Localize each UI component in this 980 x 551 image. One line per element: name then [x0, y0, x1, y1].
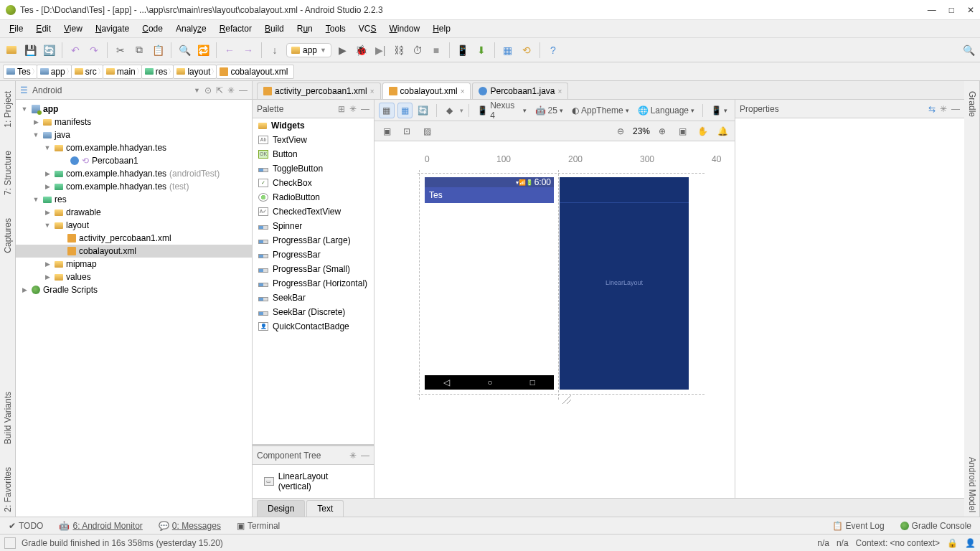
widget-togglebutton[interactable]: ToggleButton: [253, 161, 374, 176]
pan-tool-icon[interactable]: ✋: [694, 123, 710, 139]
sync-icon[interactable]: 🔄: [42, 43, 56, 57]
menu-code[interactable]: Code: [137, 22, 168, 36]
copy-icon[interactable]: ⧉: [132, 43, 146, 57]
tool-structure[interactable]: 7: Structure: [3, 146, 13, 199]
widget-textview[interactable]: AbTextView: [253, 133, 374, 147]
language-selector[interactable]: 🌐 Language ▾: [635, 105, 697, 116]
palette-hide-icon[interactable]: —: [361, 104, 369, 114]
menu-tools[interactable]: Tools: [321, 22, 351, 36]
properties-hide-icon[interactable]: —: [951, 104, 960, 114]
blueprint-preview[interactable]: LinearLayout: [560, 177, 689, 390]
comptree-root[interactable]: ▭ LinearLayout (vertical): [258, 469, 368, 494]
tab-percobaan1-java[interactable]: Percobaan1.java×: [472, 83, 568, 99]
tool-android-monitor[interactable]: 🤖 6: Android Monitor: [55, 519, 146, 532]
widget-seekbar[interactable]: SeekBar: [253, 291, 374, 305]
orientation-icon[interactable]: 🔄: [415, 103, 431, 118]
project-structure-icon[interactable]: ▦: [501, 43, 515, 57]
menu-analyze[interactable]: Analyze: [171, 22, 212, 36]
status-person-icon[interactable]: 👤: [965, 538, 976, 548]
widget-progressbar-small[interactable]: ProgressBar (Small): [253, 262, 374, 276]
menu-help[interactable]: Help: [428, 22, 456, 36]
tool-gradle-console[interactable]: Gradle Console: [896, 519, 976, 532]
widget-spinner[interactable]: Spinner: [253, 219, 374, 233]
search-everywhere-icon[interactable]: 🔍: [961, 43, 976, 57]
design-surface-icon[interactable]: ▦: [379, 103, 395, 118]
close-button[interactable]: ✕: [967, 5, 974, 15]
tool-android-model[interactable]: Android Model: [967, 453, 977, 517]
blueprint-surface-icon[interactable]: ▦: [397, 103, 413, 118]
tool-messages[interactable]: 💬 0: Messages: [154, 519, 225, 532]
cut-icon[interactable]: ✂: [113, 43, 128, 57]
widget-button[interactable]: OKButton: [253, 147, 374, 161]
api-selector[interactable]: 🤖 25 ▾: [532, 105, 566, 116]
widget-checkedtextview[interactable]: A✓CheckedTextView: [253, 204, 374, 219]
make-icon[interactable]: ↓: [268, 43, 282, 57]
tab-design[interactable]: Design: [257, 500, 305, 517]
crumb-tes[interactable]: Tes: [3, 65, 37, 79]
layers-icon[interactable]: ▨: [419, 123, 435, 139]
settings-icon[interactable]: ✳: [227, 85, 235, 95]
undo-icon[interactable]: ↶: [68, 43, 83, 57]
tool-project[interactable]: 1: Project: [3, 87, 13, 132]
forward-icon[interactable]: →: [241, 43, 255, 57]
device-preview[interactable]: ▾📶🔋6:00 Tes ◁○□: [425, 177, 554, 390]
menu-run[interactable]: Run: [292, 22, 318, 36]
tab-text[interactable]: Text: [306, 500, 344, 517]
crumb-layout[interactable]: layout: [173, 65, 217, 79]
apply-changes-icon[interactable]: ▶|: [373, 43, 387, 57]
status-lock-icon[interactable]: 🔒: [947, 538, 958, 548]
select-mode-icon[interactable]: ▣: [379, 123, 395, 139]
tab-activity-percobaan1[interactable]: activity_percobaan1.xml×: [257, 83, 381, 99]
crumb-main[interactable]: main: [103, 65, 142, 79]
crumb-src[interactable]: src: [71, 65, 103, 79]
minimize-button[interactable]: —: [928, 5, 936, 15]
avd-icon[interactable]: 📱: [456, 43, 470, 57]
widget-checkbox[interactable]: CheckBox: [253, 176, 374, 190]
menu-window[interactable]: Window: [384, 22, 425, 36]
tool-favorites[interactable]: 2: Favorites: [3, 463, 13, 517]
tool-build-variants[interactable]: Build Variants: [3, 387, 13, 448]
tool-terminal[interactable]: ▣ Terminal: [232, 519, 284, 532]
tab-cobalayout[interactable]: cobalayout.xml×: [382, 83, 471, 99]
palette-settings-icon[interactable]: ✳: [349, 104, 357, 114]
warnings-icon[interactable]: 🔔: [715, 123, 730, 139]
profile-icon[interactable]: ⏱: [410, 43, 425, 57]
widget-seekbar-discrete[interactable]: SeekBar (Discrete): [253, 305, 374, 319]
find-icon[interactable]: 🔍: [177, 43, 192, 57]
stop-icon[interactable]: ■: [429, 43, 443, 57]
tree-cobalayout[interactable]: cobalayout.xml: [16, 245, 252, 258]
redo-icon[interactable]: ↷: [87, 43, 101, 57]
project-tree[interactable]: ▼ app ▶ manifests ▼ java ▼ com.example.h…: [16, 100, 252, 517]
menu-file[interactable]: File: [4, 22, 28, 36]
project-view-mode[interactable]: Android: [32, 85, 189, 95]
tool-event-log[interactable]: 📋 Event Log: [828, 519, 889, 532]
resize-handle-icon[interactable]: [560, 392, 573, 405]
paste-icon[interactable]: 📋: [151, 43, 165, 57]
run-icon[interactable]: ▶: [336, 43, 350, 57]
attach-debugger-icon[interactable]: ⛓: [392, 43, 406, 57]
theme-selector[interactable]: ◐ AppTheme ▾: [569, 105, 632, 116]
palette-filter-icon[interactable]: ⊞: [338, 104, 345, 114]
zoom-fit-icon[interactable]: ▣: [674, 123, 690, 139]
zoom-out-icon[interactable]: ⊖: [613, 123, 628, 139]
help-icon[interactable]: ?: [546, 43, 560, 57]
debug-icon[interactable]: 🐞: [354, 43, 369, 57]
comptree-hide-icon[interactable]: —: [361, 451, 369, 461]
collapse-all-icon[interactable]: ⇱: [216, 85, 223, 95]
crumb-res[interactable]: res: [141, 65, 174, 79]
hide-icon[interactable]: —: [239, 85, 248, 95]
widget-radiobutton[interactable]: RadioButton: [253, 190, 374, 204]
widget-quickcontactbadge[interactable]: 👤QuickContactBadge: [253, 319, 374, 334]
statusbar-corner-icon[interactable]: [4, 537, 16, 549]
device-selector[interactable]: 📱 Nexus 4 ▾: [474, 100, 529, 121]
properties-settings-icon[interactable]: ✳: [940, 104, 947, 114]
zoom-in-icon[interactable]: ⊕: [654, 123, 670, 139]
save-icon[interactable]: 💾: [23, 43, 37, 57]
menu-view[interactable]: View: [59, 22, 88, 36]
open-icon[interactable]: [4, 43, 19, 57]
menu-navigate[interactable]: Navigate: [90, 22, 134, 36]
theme-icon[interactable]: ◆: [442, 103, 458, 118]
sync-gradle-icon[interactable]: ⟲: [519, 43, 534, 57]
palette-group-widgets[interactable]: Widgets: [253, 118, 374, 133]
menu-refactor[interactable]: Refactor: [215, 22, 257, 36]
